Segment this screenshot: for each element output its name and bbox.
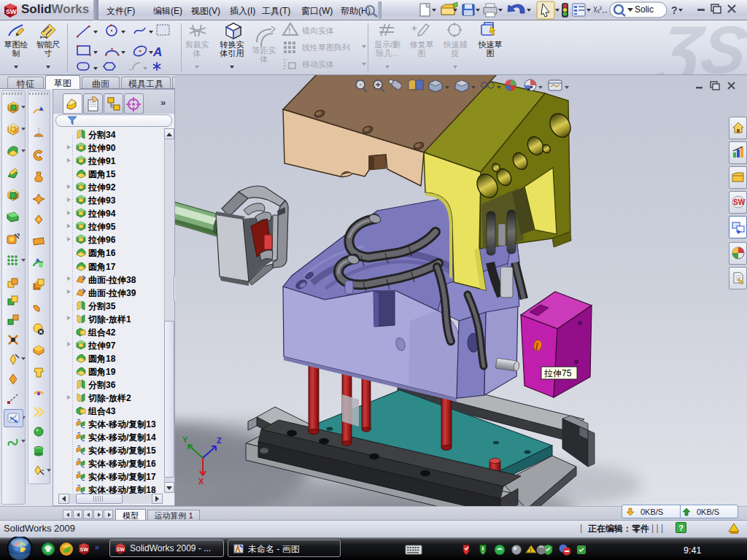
svg-text:A: A [152, 45, 162, 59]
svg-text:Z: Z [217, 436, 222, 445]
svg-text:!: ! [288, 26, 291, 35]
svg-text:»: » [95, 542, 99, 551]
svg-text:◔: ◔ [358, 82, 362, 88]
svg-text:SW: SW [733, 198, 746, 206]
svg-text:拉伸75: 拉伸75 [543, 368, 572, 378]
svg-text:X: X [198, 477, 204, 486]
svg-text:✚: ✚ [376, 82, 381, 88]
svg-text:SW: SW [117, 547, 125, 552]
svg-text:SW: SW [80, 547, 89, 552]
svg-text:0KB/S: 0KB/S [640, 508, 663, 516]
svg-text:+: + [128, 66, 132, 73]
svg-text:0KB/S: 0KB/S [697, 508, 719, 516]
svg-text:9:41: 9:41 [684, 545, 701, 556]
svg-text:!: ! [530, 547, 532, 553]
svg-text:Solic: Solic [635, 4, 654, 15]
svg-text:SW: SW [6, 8, 17, 15]
svg-text:Y: Y [182, 435, 188, 444]
svg-text:+: + [411, 23, 417, 34]
